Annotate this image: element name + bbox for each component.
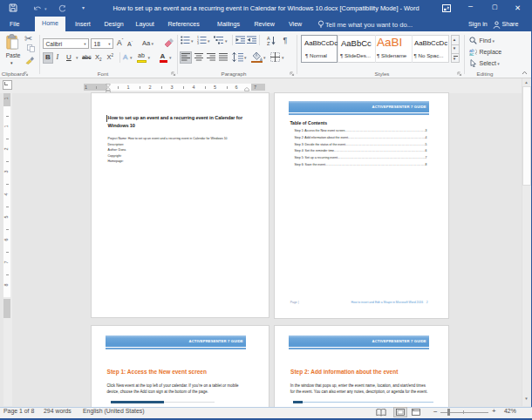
svg-text:3: 3 — [197, 42, 199, 44]
svg-text:ac: ac — [469, 51, 474, 56]
svg-text:Z: Z — [267, 41, 270, 45]
